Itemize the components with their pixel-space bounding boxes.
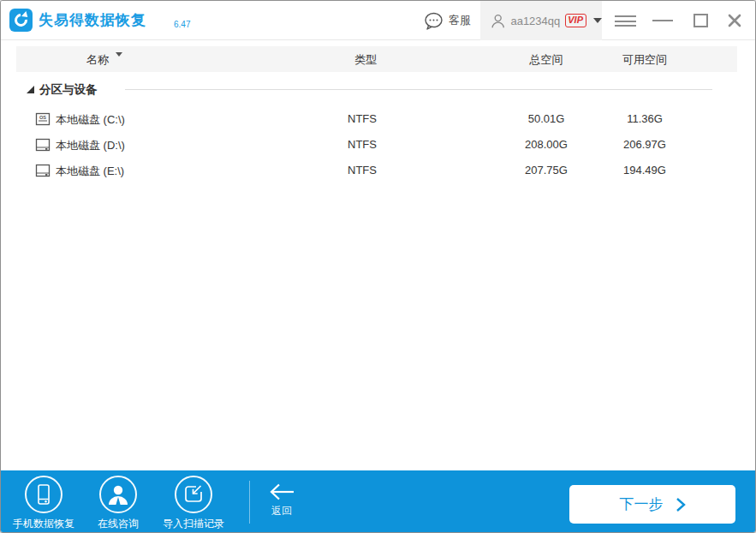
back-label: 返回 bbox=[271, 504, 292, 518]
drive-free-space: 206.97G bbox=[593, 138, 696, 151]
group-label: 分区与设备 bbox=[39, 82, 98, 98]
app-title: 失易得数据恢复 bbox=[39, 10, 146, 30]
close-icon bbox=[728, 14, 741, 27]
customer-service-label: 客服 bbox=[449, 13, 471, 28]
circle-frame bbox=[25, 476, 63, 513]
drive-type: NTFS bbox=[348, 138, 377, 151]
footer-bar: 手机数据恢复 在线咨询 导入扫描记录 bbox=[1, 470, 755, 533]
drive-total-space: 208.00G bbox=[495, 138, 598, 151]
action-label: 在线咨询 bbox=[98, 517, 139, 531]
column-header-type[interactable]: 类型 bbox=[354, 52, 377, 68]
drive-type: NTFS bbox=[348, 164, 377, 177]
maximize-icon bbox=[693, 14, 708, 27]
app-logo-icon bbox=[9, 9, 33, 32]
back-arrow-icon bbox=[267, 482, 296, 501]
group-divider bbox=[125, 89, 712, 90]
action-label: 手机数据恢复 bbox=[13, 517, 74, 531]
customer-service-button[interactable]: 客服 bbox=[424, 1, 471, 40]
menu-button[interactable] bbox=[610, 1, 640, 40]
next-step-label: 下一步 bbox=[620, 494, 664, 514]
minimize-button[interactable] bbox=[648, 1, 677, 40]
phone-data-recovery-button[interactable]: 手机数据恢复 bbox=[6, 476, 81, 531]
drive-icon bbox=[35, 163, 51, 178]
drive-name: 本地磁盘 (D:\) bbox=[56, 138, 125, 153]
vip-badge: VIP bbox=[565, 14, 586, 27]
minimize-icon bbox=[652, 20, 673, 21]
os-drive-icon: OS bbox=[35, 111, 51, 127]
chevron-right-icon bbox=[676, 497, 686, 512]
drive-free-space: 194.49G bbox=[593, 164, 696, 177]
column-header-name[interactable]: 名称 bbox=[86, 52, 109, 68]
drive-type: NTFS bbox=[348, 112, 377, 125]
footer-divider bbox=[249, 481, 250, 524]
column-header-total-space[interactable]: 总空间 bbox=[495, 52, 598, 68]
close-button[interactable] bbox=[720, 1, 749, 40]
drive-icon bbox=[35, 137, 51, 153]
svg-text:OS: OS bbox=[39, 115, 46, 120]
app-version: 6.47 bbox=[174, 20, 190, 29]
column-header-free-space[interactable]: 可用空间 bbox=[593, 52, 696, 68]
username-label: aa1234qq bbox=[510, 15, 560, 27]
table-header: 名称 类型 总空间 可用空间 bbox=[16, 46, 737, 72]
import-scan-record-button[interactable]: 导入扫描记录 bbox=[156, 476, 231, 531]
drive-free-space: 11.36G bbox=[593, 112, 696, 125]
drive-total-space: 50.01G bbox=[495, 112, 598, 125]
expanded-triangle-icon bbox=[27, 86, 34, 93]
drive-name: 本地磁盘 (C:\) bbox=[56, 112, 125, 128]
online-consult-button[interactable]: 在线咨询 bbox=[80, 476, 156, 531]
user-icon bbox=[491, 13, 505, 29]
table-row-drive-d[interactable]: 本地磁盘 (D:\) NTFS 208.00G 206.97G bbox=[1, 132, 755, 158]
back-button[interactable]: 返回 bbox=[258, 482, 306, 518]
action-label: 导入扫描记录 bbox=[163, 517, 224, 531]
circle-frame bbox=[99, 476, 137, 513]
chevron-down-icon bbox=[593, 18, 602, 23]
drive-name: 本地磁盘 (E:\) bbox=[56, 164, 124, 179]
phone-icon bbox=[33, 483, 54, 506]
drive-total-space: 207.75G bbox=[495, 164, 598, 177]
person-icon bbox=[106, 483, 130, 506]
app-window: 失易得数据恢复 6.47 客服 aa1234qq VIP bbox=[0, 0, 756, 533]
circle-frame bbox=[175, 476, 212, 513]
title-bar: 失易得数据恢复 6.47 客服 aa1234qq VIP bbox=[1, 1, 755, 40]
maximize-button[interactable] bbox=[686, 1, 715, 40]
table-row-drive-c[interactable]: OS 本地磁盘 (C:\) NTFS 50.01G 11.36G bbox=[1, 106, 755, 132]
user-account-menu[interactable]: aa1234qq VIP bbox=[480, 1, 602, 40]
chat-bubble-icon bbox=[424, 12, 443, 30]
hamburger-icon bbox=[615, 15, 636, 27]
sort-caret-icon[interactable] bbox=[116, 52, 122, 57]
import-icon bbox=[182, 483, 205, 506]
table-row-drive-e[interactable]: 本地磁盘 (E:\) NTFS 207.75G 194.49G bbox=[1, 158, 755, 183]
next-step-button[interactable]: 下一步 bbox=[569, 485, 735, 524]
group-partitions-devices[interactable]: 分区与设备 bbox=[1, 81, 755, 99]
